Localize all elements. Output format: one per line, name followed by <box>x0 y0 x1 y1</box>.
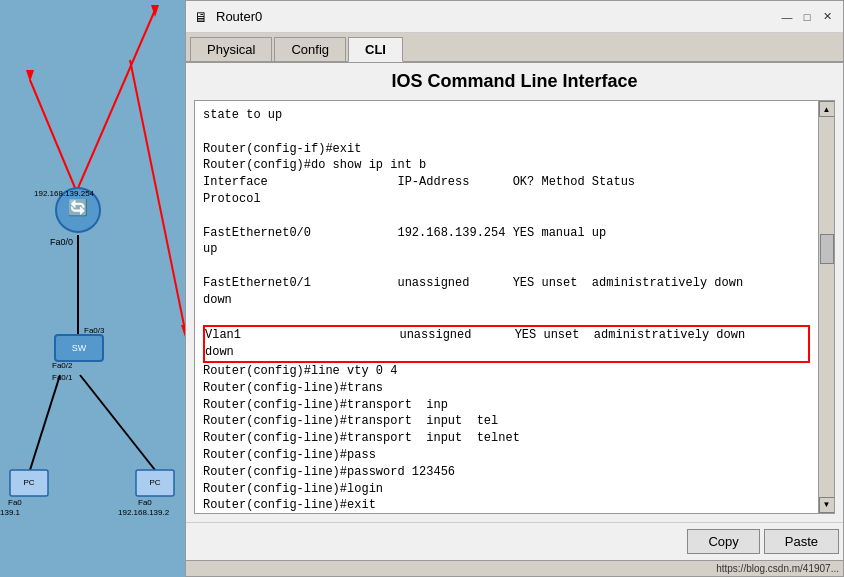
svg-text:Fa0: Fa0 <box>138 498 152 507</box>
svg-line-0 <box>30 80 78 195</box>
svg-text:SW: SW <box>72 343 87 353</box>
scrollbar-thumb[interactable] <box>820 234 834 264</box>
svg-text:PC: PC <box>23 478 34 487</box>
router-window: 🖥 Router0 — □ ✕ Physical Config CLI IOS … <box>185 0 844 577</box>
maximize-button[interactable]: □ <box>799 9 815 25</box>
cli-area[interactable]: state to up Router(config-if)#exit Route… <box>194 100 835 514</box>
svg-text:PC: PC <box>149 478 160 487</box>
svg-text:Fa0/1: Fa0/1 <box>52 373 73 382</box>
main-content: IOS Command Line Interface state to up R… <box>186 63 843 522</box>
svg-line-1 <box>75 10 155 195</box>
tab-physical[interactable]: Physical <box>190 37 272 61</box>
window-controls: — □ ✕ <box>779 9 835 25</box>
status-url: https://blog.csdn.m/41907... <box>716 563 839 574</box>
window-title: Router0 <box>216 9 262 24</box>
minimize-button[interactable]: — <box>779 9 795 25</box>
title-bar-left: 🖥 Router0 <box>194 9 262 25</box>
close-button[interactable]: ✕ <box>819 9 835 25</box>
scrollbar-up-button[interactable]: ▲ <box>819 101 835 117</box>
tab-cli[interactable]: CLI <box>348 37 403 62</box>
status-bar: https://blog.csdn.m/41907... <box>186 560 843 576</box>
bottom-bar: Copy Paste <box>186 522 843 560</box>
tab-bar: Physical Config CLI <box>186 33 843 63</box>
svg-line-7 <box>30 375 60 470</box>
svg-text:192.168.139.254: 192.168.139.254 <box>34 189 95 198</box>
svg-line-8 <box>80 375 155 470</box>
svg-text:🔄: 🔄 <box>68 198 88 217</box>
cli-output[interactable]: state to up Router(config-if)#exit Route… <box>195 101 818 513</box>
svg-text:139.1: 139.1 <box>0 508 21 517</box>
title-bar: 🖥 Router0 — □ ✕ <box>186 1 843 33</box>
network-svg: 🔄 Fa0/0 192.168.139.254 SW Fa0/3 Fa0/2 F… <box>0 0 185 577</box>
svg-text:Fa0/2: Fa0/2 <box>52 361 73 370</box>
page-title: IOS Command Line Interface <box>194 71 835 92</box>
scrollbar-down-button[interactable]: ▼ <box>819 497 835 513</box>
router-icon: 🖥 <box>194 9 210 25</box>
tab-config[interactable]: Config <box>274 37 346 61</box>
copy-button[interactable]: Copy <box>687 529 759 554</box>
svg-line-4 <box>130 60 185 330</box>
cli-scrollbar[interactable]: ▲ ▼ <box>818 101 834 513</box>
svg-text:Fa0: Fa0 <box>8 498 22 507</box>
paste-button[interactable]: Paste <box>764 529 839 554</box>
svg-text:Fa0/0: Fa0/0 <box>50 237 73 247</box>
svg-text:192.168.139.2: 192.168.139.2 <box>118 508 170 517</box>
svg-text:Fa0/3: Fa0/3 <box>84 326 105 335</box>
svg-marker-2 <box>26 70 34 82</box>
network-diagram: 🔄 Fa0/0 192.168.139.254 SW Fa0/3 Fa0/2 F… <box>0 0 185 577</box>
